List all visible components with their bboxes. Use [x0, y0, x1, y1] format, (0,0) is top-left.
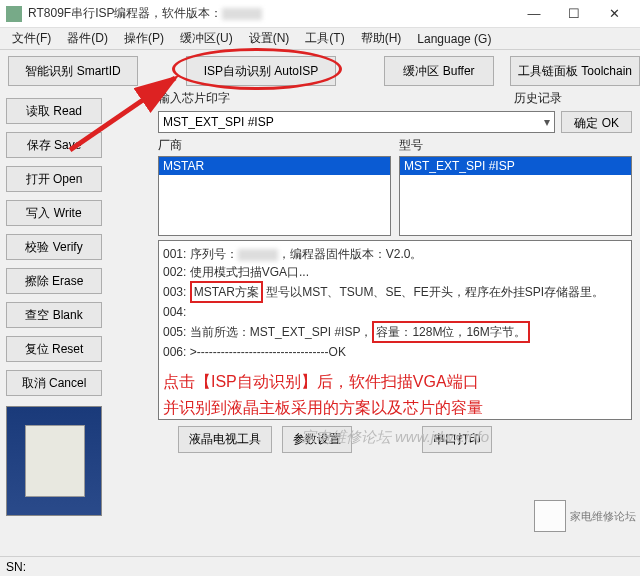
- blank-button[interactable]: 查空 Blank: [6, 302, 102, 328]
- menu-operate[interactable]: 操作(P): [116, 28, 172, 49]
- menu-buffer[interactable]: 缓冲区(U): [172, 28, 241, 49]
- menubar: 文件(F) 器件(D) 操作(P) 缓冲区(U) 设置(N) 工具(T) 帮助(…: [0, 28, 640, 50]
- write-button[interactable]: 写入 Write: [6, 200, 102, 226]
- smartid-button[interactable]: 智能识别 SmartID: [8, 56, 138, 86]
- menu-file[interactable]: 文件(F): [4, 28, 59, 49]
- verify-button[interactable]: 校验 Verify: [6, 234, 102, 260]
- window-title: RT809F串行ISP编程器，软件版本：: [28, 5, 514, 22]
- qr-icon: [534, 500, 566, 532]
- watermark: 家电维修论坛 www.jdwx.info: [163, 426, 627, 449]
- model-listbox[interactable]: MST_EXT_SPI #ISP: [399, 156, 632, 236]
- vendor-item[interactable]: MSTAR: [159, 157, 390, 175]
- read-button[interactable]: 读取 Read: [6, 98, 102, 124]
- statusbar: SN:: [0, 556, 640, 576]
- menu-help[interactable]: 帮助(H): [353, 28, 410, 49]
- qr-overlay: 家电维修论坛: [534, 500, 636, 532]
- save-button[interactable]: 保存 Save: [6, 132, 102, 158]
- menu-tools[interactable]: 工具(T): [297, 28, 352, 49]
- menu-settings[interactable]: 设置(N): [241, 28, 298, 49]
- buffer-button[interactable]: 缓冲区 Buffer: [384, 56, 494, 86]
- highlight-vendor: MSTAR方案: [190, 281, 263, 303]
- history-label: 历史记录: [514, 90, 562, 107]
- titlebar: RT809F串行ISP编程器，软件版本： — ☐ ✕: [0, 0, 640, 28]
- autoisp-button[interactable]: ISP自动识别 AutoISP: [186, 56, 336, 86]
- chip-input-label: 输入芯片印字: [158, 90, 230, 107]
- highlight-capacity: 容量：128M位，16M字节。: [372, 321, 529, 343]
- status-sn: SN:: [6, 560, 26, 574]
- menu-device[interactable]: 器件(D): [59, 28, 116, 49]
- model-item[interactable]: MST_EXT_SPI #ISP: [400, 157, 631, 175]
- vendor-listbox[interactable]: MSTAR: [158, 156, 391, 236]
- close-button[interactable]: ✕: [594, 0, 634, 28]
- reset-button[interactable]: 复位 Reset: [6, 336, 102, 362]
- minimize-button[interactable]: —: [514, 0, 554, 28]
- ok-button[interactable]: 确定 OK: [561, 111, 632, 133]
- annotation-text: 点击【ISP自动识别】后，软件扫描VGA端口 并识别到液晶主板采用的方案以及芯片…: [163, 369, 627, 420]
- erase-button[interactable]: 擦除 Erase: [6, 268, 102, 294]
- maximize-button[interactable]: ☐: [554, 0, 594, 28]
- open-button[interactable]: 打开 Open: [6, 166, 102, 192]
- vendor-label: 厂商: [158, 137, 391, 154]
- cancel-button[interactable]: 取消 Cancel: [6, 370, 102, 396]
- toolchain-button[interactable]: 工具链面板 Toolchain: [510, 56, 640, 86]
- menu-language[interactable]: Language (G): [409, 30, 499, 48]
- app-icon: [6, 6, 22, 22]
- device-photo: [6, 406, 102, 516]
- model-label: 型号: [399, 137, 632, 154]
- log-area[interactable]: 001: 序列号：，编程器固件版本：V2.0。 002: 使用模式扫描VGA口.…: [158, 240, 632, 420]
- chip-combo[interactable]: MST_EXT_SPI #ISP: [158, 111, 555, 133]
